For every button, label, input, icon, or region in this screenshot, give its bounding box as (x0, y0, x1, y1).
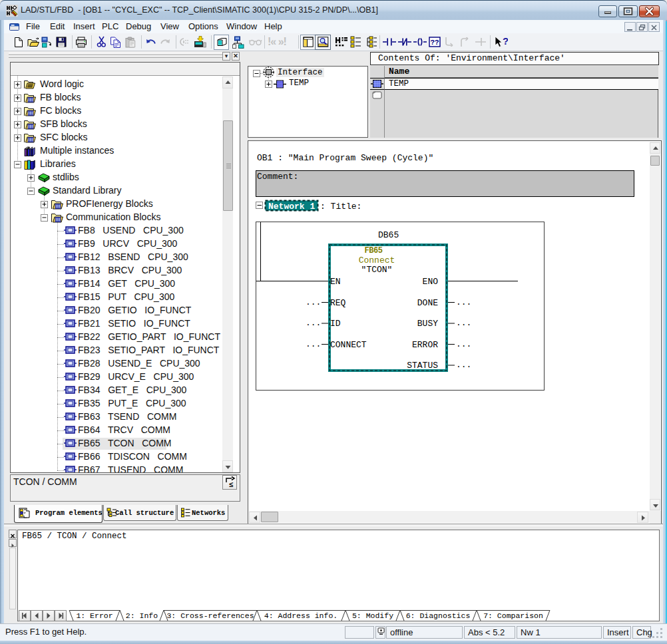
svg-text:4: Address info.: 4: Address info. (264, 611, 337, 620)
svg-text:...: ... (306, 297, 321, 307)
svg-text:Connect: Connect (359, 255, 395, 265)
svg-text:...: ... (306, 339, 321, 349)
svg-text:STATUS: STATUS (407, 361, 438, 371)
svg-text:CONNECT: CONNECT (330, 340, 367, 350)
svg-text:1: Error: 1: Error (76, 611, 112, 620)
svg-text:5: Modify: 5: Modify (352, 611, 393, 620)
svg-text:3: Cross-references: 3: Cross-references (166, 611, 254, 620)
svg-text:...: ... (456, 297, 471, 307)
svg-text:″TCON″: ″TCON″ (361, 265, 393, 275)
svg-text:2: Info: 2: Info (126, 611, 158, 620)
svg-text:ENO: ENO (423, 277, 439, 287)
svg-text:7: Comparison: 7: Comparison (483, 611, 543, 620)
svg-text:: Title:: : Title: (320, 202, 361, 212)
svg-text:EN: EN (330, 277, 341, 287)
svg-text:REQ: REQ (330, 298, 346, 308)
svg-text:...: ... (306, 318, 321, 328)
svg-text:??: ?? (430, 39, 439, 47)
svg-text:ID: ID (330, 319, 341, 329)
svg-text:ERROR: ERROR (412, 340, 438, 350)
svg-text:...: ... (456, 360, 471, 370)
svg-text:BUSY: BUSY (417, 319, 438, 329)
svg-text:DONE: DONE (417, 298, 438, 308)
svg-text:?: ? (503, 36, 508, 47)
svg-text:Network 1: Network 1 (268, 202, 315, 212)
svg-text:OB1 : ″Main Program Sweep (Cy: OB1 : ″Main Program Sweep (Cycle)″ (257, 153, 433, 163)
svg-text:...: ... (456, 339, 471, 349)
svg-text:Comment:: Comment: (257, 172, 298, 182)
svg-text:FB65: FB65 (365, 246, 383, 255)
svg-text:6: Diagnostics: 6: Diagnostics (406, 611, 471, 620)
svg-text:DB65: DB65 (378, 230, 399, 240)
svg-text:...: ... (456, 318, 471, 328)
svg-text:≤: ≤ (229, 481, 234, 489)
